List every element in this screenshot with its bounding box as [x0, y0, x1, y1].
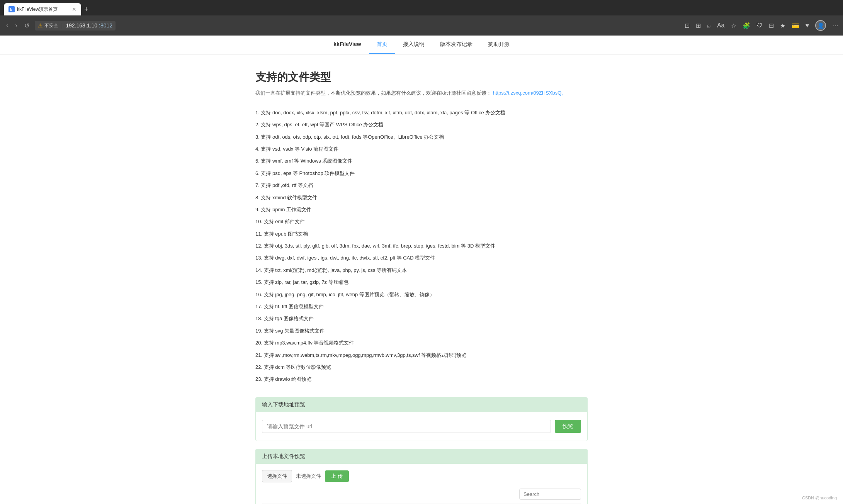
subtitle-link[interactable]: https://t.zsxq.com/09ZHSXbsQ。	[493, 90, 567, 96]
feature-item: 支持 wmf, emf 等 Windows 系统图像文件	[255, 155, 588, 167]
feature-item: 支持 xmind 软件模型文件	[255, 192, 588, 204]
wallet-icon[interactable]: 💳	[792, 22, 799, 29]
active-tab[interactable]: k kkFileView演示首页 ✕	[4, 3, 81, 15]
forward-btn[interactable]: ›	[14, 20, 19, 31]
url-input-row: 预览	[262, 420, 581, 433]
tab-title: kkFileView演示首页	[17, 6, 70, 13]
upload-section-body: 选择文件 未选择文件 上 传 文件名 操作 No matching record…	[256, 464, 587, 504]
tab-favicon: k	[8, 6, 15, 12]
main-content: 支持的文件类型 我们一直在扩展支持的文件类型，不断优化预览的效果，如果您有什么建…	[248, 54, 595, 504]
url-port: :8012	[99, 22, 112, 29]
feature-item: 支持 tif, tiff 图信息模型文件	[255, 300, 588, 312]
extension-icon[interactable]: 🧩	[743, 22, 750, 29]
nav-item-sponsor[interactable]: 赞助开源	[480, 36, 517, 54]
feature-item: 支持 bpmn 工作流文件	[255, 204, 588, 216]
subtitle-text: 我们一直在扩展支持的文件类型，不断优化预览的效果，如果您有什么建议，欢迎在kk开…	[255, 90, 491, 96]
footer-watermark: CSDN @nucoding	[802, 496, 837, 500]
upload-section-header: 上传本地文件预览	[256, 449, 587, 464]
tab-bar: k kkFileView演示首页 ✕ +	[0, 0, 843, 15]
feature-item: 支持 drawio 绘图预览	[255, 373, 588, 385]
tab-close-btn[interactable]: ✕	[72, 6, 76, 12]
warning-icon: ⚠	[38, 22, 43, 29]
nav-item-docs[interactable]: 接入说明	[395, 36, 432, 54]
feature-item: 支持 mp3,wav,mp4,flv 等音视频格式文件	[255, 337, 588, 349]
feature-item: 支持 avi,mov,rm,webm,ts,rm,mkv,mpeg,ogg,mp…	[255, 349, 588, 361]
favorites-icon[interactable]: ★	[780, 22, 785, 29]
heart-icon[interactable]: ♥	[806, 22, 809, 29]
feature-list: 支持 doc, docx, xls, xlsx, xlsm, ppt, pptx…	[255, 107, 588, 385]
back-btn[interactable]: ‹	[5, 20, 10, 31]
url-host: 192.168.1.10	[66, 22, 97, 29]
feature-item: 支持 svg 矢量图像格式文件	[255, 325, 588, 337]
font-icon[interactable]: Aa	[717, 22, 725, 29]
new-tab-btn[interactable]: +	[81, 3, 92, 15]
search-input[interactable]	[519, 489, 581, 500]
feature-item: 支持 psd, eps 等 Photoshop 软件模型文件	[255, 167, 588, 179]
feature-item: 支持 dcm 等医疗数位影像预览	[255, 361, 588, 373]
site-nav: kkFileView 首页 接入说明 版本发布记录 赞助开源	[0, 36, 843, 54]
download-section: 输入下载地址预览 预览	[255, 397, 588, 441]
shield-icon[interactable]: 🛡	[756, 22, 763, 29]
reload-btn[interactable]: ↺	[23, 20, 31, 31]
feature-item: 支持 vsd, vsdx 等 Visio 流程图文件	[255, 143, 588, 155]
page-subtitle: 我们一直在扩展支持的文件类型，不断优化预览的效果，如果您有什么建议，欢迎在kk开…	[255, 89, 588, 97]
no-file-text: 未选择文件	[296, 473, 321, 480]
url-input[interactable]	[262, 420, 551, 433]
grid-icon[interactable]: ⊞	[696, 22, 701, 29]
feature-item: 支持 jpg, jpeg, png, gif, bmp, ico, jfif, …	[255, 288, 588, 300]
more-btn[interactable]: ⋯	[832, 22, 838, 29]
address-bar: ‹ › ↺ ⚠ 不安全 | 192.168.1.10 :8012 ⊡ ⊞ ⌕ A…	[0, 15, 843, 36]
preview-btn[interactable]: 预览	[555, 420, 581, 433]
browser-tools: ⊡ ⊞ ⌕ Aa ☆ 🧩 🛡 ⊟ ★ 💳 ♥ 👤 ⋯	[685, 20, 838, 31]
upload-section: 上传本地文件预览 选择文件 未选择文件 上 传 文件名 操作	[255, 449, 588, 504]
feature-item: 支持 odt, ods, ots, odp, otp, six, ott, fo…	[255, 131, 588, 143]
feature-item: 支持 wps, dps, et, ett, wpt 等国产 WPS Office…	[255, 119, 588, 131]
profile-btn[interactable]: 👤	[815, 20, 826, 31]
security-indicator: ⚠ 不安全 | 192.168.1.10 :8012	[35, 21, 116, 31]
feature-item: 支持 zip, rar, jar, tar, gzip, 7z 等压缩包	[255, 276, 588, 288]
download-section-body: 预览	[256, 412, 587, 441]
feature-item: 支持 epub 图书文档	[255, 228, 588, 240]
table-controls	[262, 489, 581, 500]
choose-file-btn[interactable]: 选择文件	[262, 470, 292, 482]
download-section-header: 输入下载地址预览	[256, 397, 587, 412]
feature-item: 支持 eml 邮件文件	[255, 216, 588, 227]
feature-item: 支持 doc, docx, xls, xlsx, xlsm, ppt, pptx…	[255, 107, 588, 119]
upload-controls: 选择文件 未选择文件 上 传	[262, 470, 581, 482]
security-text: 不安全	[44, 22, 58, 29]
feature-item: 支持 pdf ,ofd, rtf 等文档	[255, 179, 588, 191]
feature-item: 支持 obj, 3ds, stl, ply, gltf, glb, off, 3…	[255, 240, 588, 252]
cast-icon[interactable]: ⊡	[685, 22, 690, 29]
upload-btn[interactable]: 上 传	[325, 470, 349, 482]
page-title: 支持的文件类型	[255, 70, 588, 85]
nav-item-home[interactable]: 首页	[369, 36, 395, 54]
star-icon[interactable]: ☆	[731, 22, 736, 29]
sidebar-icon[interactable]: ⊟	[769, 22, 774, 29]
nav-item-release[interactable]: 版本发布记录	[432, 36, 480, 54]
separator: |	[61, 22, 63, 29]
browser-chrome: k kkFileView演示首页 ✕ + ‹ › ↺ ⚠ 不安全 | 192.1…	[0, 0, 843, 36]
nav-brand[interactable]: kkFileView	[326, 36, 369, 54]
feature-item: 支持 dwg, dxf, dwf, iges , igs, dwt, dng, …	[255, 252, 588, 264]
feature-item: 支持 txt, xml(渲染), md(渲染), java, php, py, …	[255, 264, 588, 276]
feature-item: 支持 tga 图像格式文件	[255, 312, 588, 324]
zoom-icon[interactable]: ⌕	[707, 22, 711, 29]
